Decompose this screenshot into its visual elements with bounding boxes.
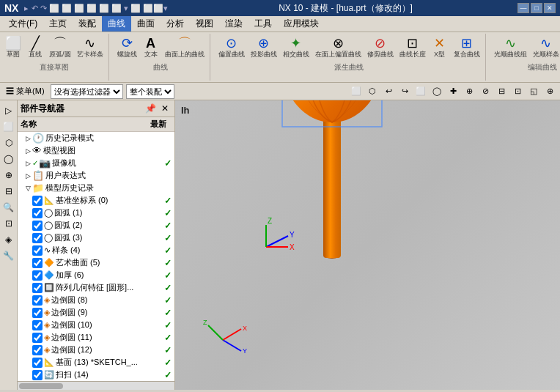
expand-icon[interactable]: ▷ (23, 159, 32, 168)
tree-item-face13[interactable]: 📐 基面 (13) *SKETCH_... ✓ (18, 356, 174, 369)
tree-item-edge11[interactable]: ◈ 边倒圆 (11) ✓ (18, 331, 174, 344)
side-icon-1[interactable]: ▷ (1, 103, 16, 118)
filter-icon-10[interactable]: ⊟ (494, 84, 509, 99)
menu-view[interactable]: 视图 (190, 16, 219, 32)
line-button[interactable]: ╱ 直线 (25, 35, 45, 61)
offset-curve-button[interactable]: ⊙ 偏置曲线 (216, 35, 247, 61)
scope-select[interactable]: 整个装配 (126, 84, 174, 99)
filter-icon-6[interactable]: ◯ (430, 84, 444, 99)
filter-icon-1[interactable]: ⬜ (349, 84, 364, 99)
smooth-spline-button[interactable]: ∿ 光顺样条 (531, 35, 560, 61)
tree-item-edge12[interactable]: ◈ 边倒圆 (12) ✓ (18, 344, 174, 356)
filter-icon-4[interactable]: ↪ (397, 84, 412, 99)
close-button[interactable]: ✕ (544, 3, 556, 13)
intersect-curve-button[interactable]: ✦ 相交曲线 (281, 35, 312, 61)
tree-item-user-expr[interactable]: ▷ 📋 用户表达式 (18, 169, 174, 182)
menu-shortcut[interactable]: ☰ 菜单(M) (3, 84, 48, 98)
menu-curve[interactable]: 曲线 (102, 16, 131, 32)
tree-item-thicken6[interactable]: 🔷 加厚 (6) ✓ (18, 269, 174, 281)
pattern7-check[interactable] (32, 283, 43, 293)
filter-icon-11[interactable]: ⊡ (510, 84, 525, 99)
spline4-check[interactable] (32, 245, 43, 256)
filter-icon-5[interactable]: ⬜ (413, 84, 428, 99)
sketch-button[interactable]: ⬜ 草图 (3, 35, 23, 61)
x-type-button[interactable]: ✕ X型 (430, 35, 450, 61)
filter-icon-9[interactable]: ⊘ (478, 84, 493, 99)
viewport-3d[interactable]: Ih (175, 100, 560, 390)
datum-check[interactable] (32, 196, 43, 206)
filter-select[interactable]: 没有选择过滤器 (51, 84, 123, 99)
side-icon-4[interactable]: ◯ (1, 152, 16, 166)
expand-icon[interactable]: ▷ (23, 134, 32, 143)
curve-on-surface-button[interactable]: ⌒ 曲面上的曲线 (163, 35, 207, 61)
side-icon-2[interactable]: ⬜ (1, 119, 16, 134)
tree-item-edge9[interactable]: ◈ 边倒圆 (9) ✓ (18, 306, 174, 319)
tree-item-edge8[interactable]: ◈ 边倒圆 (8) ✓ (18, 294, 174, 306)
tree-item-pattern7[interactable]: 🔲 阵列几何特征 [圆形]... ✓ (18, 281, 174, 294)
filter-icon-3[interactable]: ↩ (381, 84, 396, 99)
menu-analysis[interactable]: 分析 (161, 16, 190, 32)
sidebar-scrollbar-h[interactable] (18, 381, 174, 390)
thicken6-check[interactable] (32, 270, 43, 281)
menu-surface[interactable]: 曲面 (131, 16, 161, 32)
side-icon-6[interactable]: ⊟ (1, 184, 16, 199)
tree-item-art-surface5[interactable]: 🔶 艺术曲面 (5) ✓ (18, 256, 174, 269)
text-button[interactable]: A 文本 (141, 35, 161, 61)
expand-icon[interactable]: ▷ (23, 147, 32, 155)
tree-item-arc2[interactable]: ◯ 圆弧 (2) ✓ (18, 219, 174, 232)
face13-check[interactable] (32, 358, 43, 368)
arc1-check[interactable] (32, 208, 43, 218)
tree-item-spline4[interactable]: ∿ 样条 (4) ✓ (18, 244, 174, 256)
arc-button[interactable]: ⌒ 原弧/圆 (47, 35, 73, 61)
minimize-button[interactable]: — (517, 3, 529, 13)
sidebar-pin-button[interactable]: 📌 (144, 102, 157, 115)
tree-item-model-history[interactable]: ▽ 📁 模型历史记录 (18, 182, 174, 194)
side-icon-9[interactable]: ◈ (1, 232, 16, 247)
side-icon-7[interactable]: 🔍 (1, 200, 16, 215)
side-icon-10[interactable]: 🔧 (1, 248, 16, 263)
edge8-check[interactable] (32, 295, 43, 306)
sidebar-close-button[interactable]: ✕ (158, 102, 172, 115)
menu-assembly[interactable]: 装配 (73, 16, 102, 32)
side-icon-5[interactable]: ⊕ (1, 168, 16, 182)
tree-item-sweep14[interactable]: 🔄 扫扫 (14) ✓ (18, 369, 174, 381)
tree-item-arc1[interactable]: ◯ 圆弧 (1) ✓ (18, 207, 174, 219)
filter-icon-8[interactable]: ⊕ (462, 84, 476, 99)
filter-icon-12[interactable]: ◱ (526, 84, 541, 99)
menu-home[interactable]: 主页 (43, 16, 73, 32)
tree-item-datum-csys[interactable]: 📐 基准坐标系 (0) ✓ (18, 194, 174, 207)
tree-item-model-view[interactable]: ▷ 👁 模型视图 (18, 144, 174, 157)
expand-icon-history[interactable]: ▽ (23, 184, 32, 193)
filter-icon-7[interactable]: ✚ (446, 84, 460, 99)
side-icon-8[interactable]: ⊡ (1, 216, 16, 231)
tree-item-camera[interactable]: ▷ ✓ 📷 摄像机 ✓ (18, 157, 174, 169)
menu-file[interactable]: 文件(F) (3, 16, 43, 32)
edge9-check[interactable] (32, 308, 43, 318)
helix-button[interactable]: ⟳ 螺旋线 (115, 35, 139, 61)
menu-render[interactable]: 渲染 (219, 16, 248, 32)
tree-item-arc3[interactable]: ◯ 圆弧 (3) ✓ (18, 232, 174, 244)
scroll-thumb[interactable] (19, 383, 63, 389)
smooth-curve-group-button[interactable]: ∿ 光顺曲线组 (492, 35, 529, 61)
trim-curve-button[interactable]: ⊘ 修剪曲线 (365, 35, 396, 61)
art5-check[interactable] (32, 258, 43, 268)
maximize-button[interactable]: □ (531, 3, 542, 13)
face-offset-button[interactable]: ⊗ 在面上偏置曲线 (313, 35, 364, 61)
edge12-check[interactable] (32, 345, 43, 355)
compound-curve-button[interactable]: ⊞ 复合曲线 (452, 35, 482, 61)
spline-button[interactable]: ∿ 艺卡样条 (75, 35, 106, 61)
project-curve-button[interactable]: ⊕ 投影曲线 (248, 35, 279, 61)
tree-item-history-mode[interactable]: ▷ 🕐 历史记录模式 (18, 132, 174, 144)
filter-icon-2[interactable]: ⬡ (365, 84, 380, 99)
expand-icon[interactable]: ▷ (23, 171, 32, 180)
menu-tools[interactable]: 工具 (248, 16, 278, 32)
sweep14-check[interactable] (32, 370, 43, 380)
curve-length-button[interactable]: ⊡ 曲线长度 (397, 35, 428, 61)
filter-icon-13[interactable]: ⊕ (542, 84, 557, 99)
edge10-check[interactable] (32, 320, 43, 330)
arc2-check[interactable] (32, 221, 43, 231)
menu-modules[interactable]: 应用模块 (278, 16, 325, 32)
edge11-check[interactable] (32, 333, 43, 343)
side-icon-3[interactable]: ⬡ (1, 136, 16, 150)
tree-item-edge10[interactable]: ◈ 边倒圆 (10) ✓ (18, 319, 174, 331)
